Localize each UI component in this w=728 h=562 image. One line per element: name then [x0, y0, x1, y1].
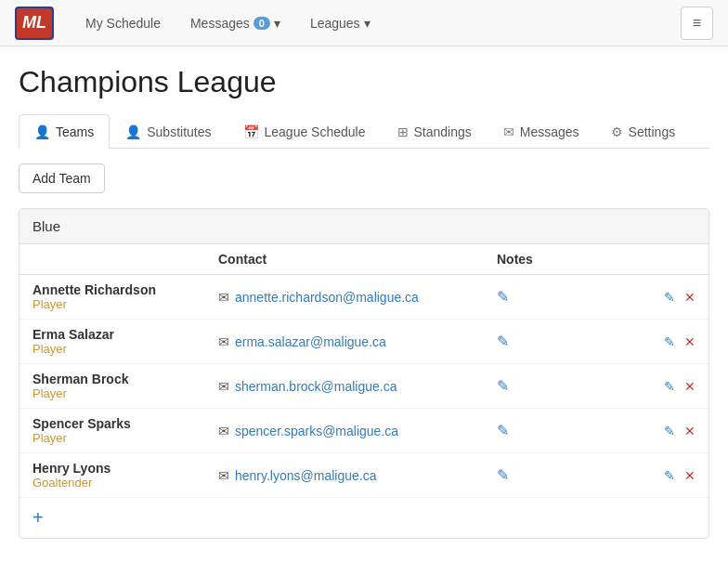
member-email: annette.richardson@maligue.ca [235, 290, 419, 305]
member-email: sherman.brock@maligue.ca [235, 379, 397, 394]
notes-icon[interactable]: ✎ [497, 423, 509, 438]
add-team-label: Add Team [32, 171, 91, 186]
member-name: Annette Richardson [32, 282, 192, 297]
member-actions-cell: ✎ ✕ [651, 453, 708, 498]
member-name-cell: Sherman Brock Player [20, 364, 205, 409]
member-notes-cell: ✎ [484, 364, 651, 409]
edit-member-button[interactable]: ✎ [664, 379, 675, 394]
member-notes-cell: ✎ [484, 453, 651, 498]
table-row: Erma Salazar Player ✉ erma.salazar@malig… [20, 320, 708, 364]
substitutes-tab-icon: 👤 [125, 124, 141, 139]
edit-member-button[interactable]: ✎ [664, 334, 675, 349]
member-name: Henry Lyons [32, 461, 192, 476]
member-contact-cell: ✉ spencer.sparks@maligue.ca [205, 409, 484, 453]
member-notes-cell: ✎ [484, 409, 651, 453]
member-name: Spencer Sparks [32, 416, 192, 431]
league-schedule-tab-icon: 📅 [243, 124, 259, 139]
col-header-name [20, 244, 205, 275]
messages-badge: 0 [254, 17, 270, 30]
tab-messages-label: Messages [520, 124, 579, 139]
delete-member-button[interactable]: ✕ [684, 424, 696, 438]
nav-messages[interactable]: Messages 0 ▾ [177, 8, 293, 38]
member-email: spencer.sparks@maligue.ca [235, 424, 398, 438]
member-contact-cell: ✉ annette.richardson@maligue.ca [205, 275, 484, 320]
logo: ML [15, 7, 54, 40]
email-icon: ✉ [218, 468, 229, 483]
nav-leagues[interactable]: Leagues ▾ [297, 8, 384, 38]
table-row: Henry Lyons Goaltender ✉ henry.lyons@mal… [20, 453, 708, 498]
tab-substitutes[interactable]: 👤 Substitutes [110, 114, 227, 149]
page-title: Champions League [19, 65, 709, 99]
team-name: Blue [20, 209, 708, 244]
member-email-link[interactable]: ✉ henry.lyons@maligue.ca [218, 468, 471, 483]
delete-member-button[interactable]: ✕ [684, 334, 696, 349]
member-actions-cell: ✎ ✕ [651, 275, 708, 320]
tab-messages[interactable]: ✉ Messages [488, 114, 595, 149]
member-email: henry.lyons@maligue.ca [235, 468, 376, 483]
member-name-cell: Erma Salazar Player [20, 320, 205, 364]
tab-teams[interactable]: 👤 Teams [19, 114, 110, 149]
member-name: Erma Salazar [32, 327, 192, 342]
member-role: Player [32, 431, 192, 445]
settings-tab-icon: ⚙ [611, 124, 623, 139]
tab-league-schedule[interactable]: 📅 League Schedule [228, 114, 382, 149]
member-actions-cell: ✎ ✕ [651, 320, 708, 364]
member-actions-cell: ✎ ✕ [651, 364, 708, 409]
member-contact-cell: ✉ henry.lyons@maligue.ca [205, 453, 484, 498]
nav-my-schedule[interactable]: My Schedule [72, 8, 174, 38]
member-email-link[interactable]: ✉ sherman.brock@maligue.ca [218, 379, 471, 394]
leagues-label: Leagues [310, 16, 360, 31]
add-member-button[interactable]: + [32, 507, 44, 529]
member-contact-cell: ✉ erma.salazar@maligue.ca [205, 320, 484, 364]
member-email-link[interactable]: ✉ annette.richardson@maligue.ca [218, 290, 471, 305]
notes-icon[interactable]: ✎ [497, 378, 509, 394]
email-icon: ✉ [218, 424, 229, 438]
nav-links: My Schedule Messages 0 ▾ Leagues ▾ [72, 8, 681, 38]
edit-member-button[interactable]: ✎ [664, 290, 675, 305]
member-actions-cell: ✎ ✕ [651, 409, 708, 453]
logo-text: ML [22, 13, 46, 33]
email-icon: ✉ [218, 290, 229, 305]
my-schedule-label: My Schedule [85, 16, 161, 31]
table-row: Sherman Brock Player ✉ sherman.brock@mal… [20, 364, 708, 409]
member-contact-cell: ✉ sherman.brock@maligue.ca [205, 364, 484, 409]
email-icon: ✉ [218, 379, 229, 394]
notes-icon[interactable]: ✎ [497, 289, 509, 305]
notes-icon[interactable]: ✎ [497, 467, 509, 483]
member-notes-cell: ✎ [484, 320, 651, 364]
col-header-contact: Contact [205, 244, 484, 275]
member-name-cell: Henry Lyons Goaltender [20, 453, 205, 498]
member-name-cell: Annette Richardson Player [20, 275, 205, 320]
tab-league-schedule-label: League Schedule [265, 124, 366, 139]
tab-settings[interactable]: ⚙ Settings [595, 114, 692, 149]
member-notes-cell: ✎ [484, 275, 651, 320]
leagues-dropdown-icon: ▾ [364, 16, 370, 31]
delete-member-button[interactable]: ✕ [684, 290, 696, 305]
hamburger-menu-button[interactable]: ≡ [681, 7, 713, 40]
member-name-cell: Spencer Sparks Player [20, 409, 205, 453]
table-row: Annette Richardson Player ✉ annette.rich… [20, 275, 708, 320]
tab-teams-label: Teams [56, 124, 94, 139]
member-email-link[interactable]: ✉ spencer.sparks@maligue.ca [218, 424, 471, 438]
delete-member-button[interactable]: ✕ [684, 468, 696, 483]
tab-settings-label: Settings [629, 124, 676, 139]
add-member-row: + [20, 497, 708, 538]
notes-icon[interactable]: ✎ [497, 333, 509, 349]
member-name: Sherman Brock [32, 372, 192, 386]
messages-dropdown-icon: ▾ [274, 16, 280, 31]
member-role: Player [32, 342, 192, 356]
email-icon: ✉ [218, 334, 229, 349]
member-email-link[interactable]: ✉ erma.salazar@maligue.ca [218, 334, 471, 349]
member-email: erma.salazar@maligue.ca [235, 334, 386, 349]
edit-member-button[interactable]: ✎ [664, 468, 675, 483]
navbar: ML My Schedule Messages 0 ▾ Leagues ▾ ≡ [0, 0, 728, 46]
messages-label: Messages [190, 16, 250, 31]
member-role: Goaltender [32, 476, 192, 490]
delete-member-button[interactable]: ✕ [684, 379, 696, 394]
tab-standings[interactable]: ⊞ Standings [382, 114, 488, 149]
member-role: Player [32, 297, 192, 311]
add-team-button[interactable]: Add Team [19, 163, 105, 193]
col-header-notes: Notes [484, 244, 651, 275]
edit-member-button[interactable]: ✎ [664, 424, 675, 438]
teams-tab-icon: 👤 [34, 124, 50, 139]
